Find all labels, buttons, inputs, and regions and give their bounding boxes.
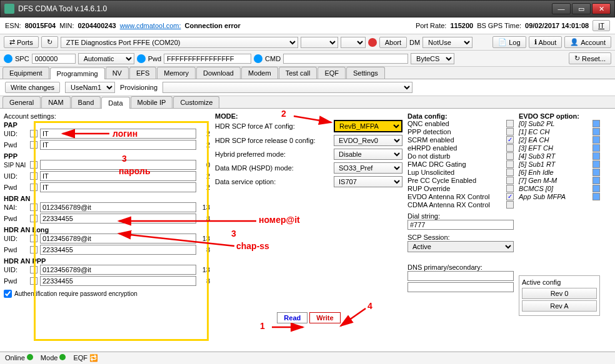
hdran-nai-checkbox[interactable]: [30, 204, 38, 211]
hdranppp-uid-checkbox[interactable]: [30, 266, 38, 273]
scp-2-cb[interactable]: [592, 136, 600, 144]
reset-button[interactable]: ↻ Reset...: [569, 52, 611, 64]
auth-checkbox[interactable]: [4, 290, 12, 298]
dial-input[interactable]: [408, 220, 514, 230]
cfg-precc-cb[interactable]: [506, 177, 514, 184]
scp-9-cb[interactable]: [592, 193, 600, 200]
cfg-rup-cb[interactable]: [506, 185, 514, 192]
data-mdr-select[interactable]: SO33_Pref: [334, 162, 402, 174]
spc-play-icon[interactable]: [4, 54, 12, 63]
cfg-ppp-cb[interactable]: [506, 128, 514, 135]
provisioning-select[interactable]: [162, 82, 412, 93]
close-button[interactable]: ✕: [592, 3, 611, 14]
cfg-fmac-cb[interactable]: [506, 160, 514, 168]
tab-memory[interactable]: Memory: [157, 67, 196, 79]
cmd-input[interactable]: [283, 54, 408, 64]
hdranlong-uid-checkbox[interactable]: [30, 235, 38, 242]
cfg-dnd-cb[interactable]: [506, 152, 514, 160]
cfg-scrm-cb[interactable]: [506, 136, 514, 144]
hdr-scp-at-select[interactable]: RevB_MFPA: [334, 120, 402, 132]
refresh-port-button[interactable]: ↻: [41, 36, 58, 48]
tab-settings[interactable]: Settings: [346, 67, 385, 79]
ppp-pwd-input[interactable]: [40, 182, 196, 192]
read-button[interactable]: Read: [277, 312, 308, 323]
scp-4-cb[interactable]: [592, 152, 600, 160]
tab-modem[interactable]: Modem: [241, 67, 278, 79]
scp-3-cb[interactable]: [592, 144, 600, 152]
hdranppp-pwd-input[interactable]: [40, 276, 196, 286]
cfg-cdmaant-cb[interactable]: [506, 201, 514, 209]
pap-pwd-checkbox[interactable]: [30, 141, 38, 149]
minimize-button[interactable]: —: [552, 3, 571, 14]
tab-nv[interactable]: NV: [106, 67, 129, 79]
write-button[interactable]: Write: [309, 312, 340, 323]
hdran-pwd-input[interactable]: [40, 214, 196, 224]
extra-select-1[interactable]: [301, 37, 338, 48]
hdranlong-uid-input[interactable]: [40, 234, 196, 243]
usenam-select[interactable]: UseNam1: [65, 82, 115, 93]
scp-8-cb[interactable]: [592, 185, 600, 192]
sipnai-input[interactable]: [40, 160, 196, 170]
spc-mode-select[interactable]: Automatic: [78, 53, 134, 64]
hdr-scp-rel0-select[interactable]: EVDO_Rev0: [334, 135, 402, 146]
hdranlong-pwd-input[interactable]: [40, 245, 196, 255]
scp-session-select[interactable]: Active: [408, 241, 514, 252]
maximize-button[interactable]: ▭: [572, 3, 591, 14]
account-button[interactable]: 👤 Account: [564, 36, 611, 48]
dns-secondary-input[interactable]: [408, 282, 514, 292]
subtab-general[interactable]: General: [2, 96, 41, 108]
subtab-customize[interactable]: Customize: [173, 96, 219, 108]
hdranlong-pwd-checkbox[interactable]: [30, 246, 38, 253]
hybrid-mode-select[interactable]: Disable: [334, 149, 402, 160]
pap-uid-input[interactable]: [40, 129, 196, 139]
data-service-select[interactable]: IS707: [334, 176, 402, 187]
scp-0-cb[interactable]: [592, 120, 600, 127]
pwd-play-icon[interactable]: [137, 54, 146, 63]
tab-efs[interactable]: EFS: [129, 67, 156, 79]
extra-select-2[interactable]: [341, 37, 366, 48]
subtab-nam[interactable]: NAM: [41, 96, 70, 108]
pap-pwd-input[interactable]: [40, 140, 196, 150]
log-button[interactable]: 📄 Log: [492, 36, 526, 48]
hdran-pwd-checkbox[interactable]: [30, 215, 38, 222]
about-button[interactable]: ℹ About: [529, 36, 562, 48]
port-select[interactable]: ZTE Diagnostics Port FFFE (COM20): [61, 37, 298, 48]
tab-eqf[interactable]: EQF: [318, 67, 346, 79]
ports-button[interactable]: ⇄ Ports: [4, 36, 39, 48]
dm-select[interactable]: NotUse: [422, 37, 472, 48]
tab-download[interactable]: Download: [196, 67, 241, 79]
sipnai-checkbox[interactable]: [30, 161, 38, 169]
cfg-ehrpd-cb[interactable]: [506, 144, 514, 152]
cfg-qnc-cb[interactable]: [506, 120, 514, 127]
spc-input[interactable]: [32, 54, 76, 64]
hdranppp-pwd-checkbox[interactable]: [30, 277, 38, 285]
it-button[interactable]: IT: [592, 20, 610, 31]
cfg-lup-cb[interactable]: [506, 169, 514, 176]
ppp-uid-checkbox[interactable]: [30, 172, 38, 180]
tab-programming[interactable]: Programming: [50, 67, 105, 79]
subtab-data[interactable]: Data: [101, 97, 129, 109]
hdranppp-uid-input[interactable]: [40, 265, 196, 275]
reva-button[interactable]: Rev A: [522, 300, 597, 312]
ppp-pwd-checkbox[interactable]: [30, 184, 38, 191]
scp-7-cb[interactable]: [592, 177, 600, 184]
dns-primary-input[interactable]: [408, 271, 514, 281]
scp-1-cb[interactable]: [592, 128, 600, 135]
cdmatool-link[interactable]: www.cdmatool.com:: [120, 22, 181, 29]
tab-testcall[interactable]: Test call: [279, 67, 318, 79]
subtab-mobileip[interactable]: Mobile IP: [131, 96, 173, 108]
scp-6-cb[interactable]: [592, 169, 600, 176]
pap-uid-checkbox[interactable]: [30, 130, 38, 137]
hdran-nai-input[interactable]: [40, 202, 196, 212]
bytecs-select[interactable]: ByteCS: [411, 53, 454, 64]
cfg-evdoant-cb[interactable]: [506, 193, 514, 200]
cmd-play-icon[interactable]: [254, 54, 262, 63]
subtab-band[interactable]: Band: [71, 96, 101, 108]
ppp-uid-input[interactable]: [40, 171, 196, 181]
abort-button[interactable]: Abort: [379, 37, 407, 48]
tab-equipment[interactable]: Equipment: [2, 67, 49, 79]
rev0-button[interactable]: Rev 0: [522, 288, 597, 299]
pwd-input[interactable]: [164, 54, 251, 64]
write-changes-button[interactable]: Write changes: [5, 82, 60, 93]
scp-5-cb[interactable]: [592, 160, 600, 168]
